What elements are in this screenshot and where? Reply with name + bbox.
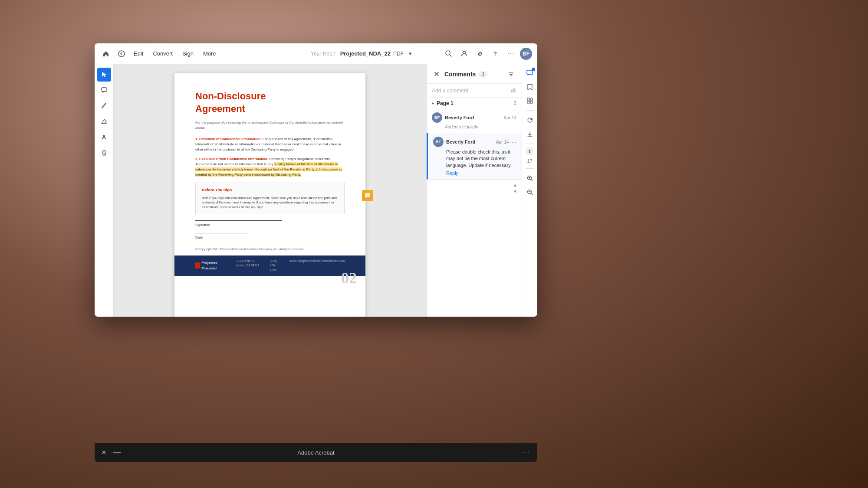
taskbar-right: ··· — [523, 449, 530, 456]
svg-line-22 — [531, 193, 533, 195]
signature-label: Signature — [195, 223, 345, 228]
add-comment-input[interactable]: Add a comment — [432, 88, 507, 94]
page-group-chevron: ▾ — [432, 101, 434, 106]
comment-item-2: BF Beverly Ford Apr 14 ··· Please double… — [427, 133, 522, 180]
help-button[interactable]: ? — [489, 47, 502, 60]
search-button[interactable] — [442, 47, 455, 60]
comment-1-meta: BF Beverly Ford Apr 14 — [432, 112, 516, 123]
date-line — [195, 233, 247, 233]
breadcrumb-prefix: Your files / — [311, 51, 335, 57]
signature-line — [195, 220, 282, 221]
home-button[interactable] — [100, 48, 112, 60]
tool-stamp[interactable] — [97, 146, 111, 160]
comment-1-avatar: BF — [432, 112, 442, 123]
grid-view-icon-button[interactable] — [524, 95, 536, 107]
svg-rect-4 — [102, 88, 107, 92]
taskbar-minimize-button[interactable]: — — [113, 448, 121, 457]
comment-2-avatar: BF — [433, 137, 444, 147]
svg-line-19 — [531, 180, 533, 181]
reply-button[interactable]: Reply — [446, 170, 516, 176]
right-panel-divider-1 — [526, 110, 534, 111]
page-current-indicator[interactable]: 1 — [526, 147, 533, 155]
page-total-indicator[interactable]: 17 — [526, 157, 533, 165]
bookmark-icon-button[interactable] — [524, 81, 536, 93]
page-footer: Projected Financial 123 Lorem Ct, Ipsum,… — [174, 255, 365, 276]
section-1-heading: 1. Definition of Confidential Informatio… — [195, 137, 261, 141]
right-panel-divider-2 — [526, 144, 534, 144]
page-label: Page 1 — [437, 100, 454, 106]
comment-note-icon[interactable] — [362, 190, 373, 201]
filter-button[interactable] — [505, 69, 516, 80]
menu-item-convert[interactable]: Convert — [148, 48, 177, 59]
section-1: 1. Definition of Confidential Informatio… — [195, 137, 345, 152]
section-2: 2. Exclusions from Confidential Informat… — [195, 157, 345, 177]
comments-actions — [505, 69, 516, 80]
document-subtitle: For the purpose of preventing the unauth… — [195, 120, 345, 131]
file-name: Projected_NDA_22 — [340, 50, 391, 57]
user-avatar[interactable]: BF — [520, 48, 532, 60]
comment-2-date: Apr 14 — [496, 140, 509, 144]
copyright-text: © Copyright 2021 Projected Financial Ser… — [195, 247, 345, 252]
footer-logo: Projected Financial — [195, 260, 227, 272]
footer-info: 123 Lorem Ct, Ipsum, CA 54321 (123) 456-… — [236, 259, 345, 273]
taskbar-more-button[interactable]: ··· — [523, 449, 530, 456]
taskbar-title: Adobe Acrobat — [297, 449, 334, 456]
tool-text[interactable]: A — [97, 130, 111, 144]
footer-financial: Financial — [201, 266, 217, 270]
comment-1-author: Beverly Ford — [445, 115, 501, 120]
document-title: Non-DisclosureAgreement — [195, 90, 345, 115]
refresh-button[interactable] — [524, 114, 536, 126]
tool-select[interactable] — [97, 68, 111, 82]
mention-button[interactable]: @ — [511, 87, 516, 94]
note-title: Before You Sign — [202, 187, 338, 193]
taskbar-close-button[interactable]: × — [102, 448, 106, 457]
file-dropdown-button[interactable]: ▾ — [406, 49, 415, 58]
comment-panel-icon[interactable] — [524, 67, 536, 79]
menu-item-more[interactable]: More — [199, 48, 220, 59]
footer-projected: Projected — [201, 261, 217, 265]
svg-rect-14 — [527, 101, 529, 103]
comments-title: Comments — [444, 71, 476, 78]
comment-badge — [532, 68, 535, 71]
zoom-in-button[interactable] — [524, 172, 536, 184]
link-button[interactable] — [473, 47, 486, 60]
comment-2-author: Beverly Ford — [446, 139, 493, 144]
svg-rect-13 — [530, 98, 533, 100]
svg-point-3 — [463, 51, 465, 54]
download-button[interactable] — [524, 128, 536, 140]
tool-pen[interactable] — [97, 99, 111, 113]
zoom-out-button[interactable] — [524, 186, 536, 198]
svg-rect-7 — [365, 193, 370, 197]
comment-item-1: BF Beverly Ford Apr 14 Added a highlight — [427, 109, 522, 133]
menu-item-edit[interactable]: Edit — [129, 48, 148, 59]
toolbar-center: Your files / Projected_NDA_22 PDF ▾ — [286, 49, 440, 58]
comments-panel: ✕ Comments 3 Add a comment @ — [426, 64, 522, 317]
back-button[interactable] — [115, 48, 128, 60]
svg-rect-15 — [530, 101, 533, 103]
left-sidebar: A — [95, 64, 114, 317]
right-panel-divider-3 — [526, 168, 534, 169]
comment-1-date: Apr 14 — [504, 115, 516, 120]
comments-title-group: Comments 3 — [444, 71, 487, 78]
tool-eraser[interactable] — [97, 115, 111, 128]
account-button[interactable] — [457, 47, 470, 60]
tool-comment[interactable] — [97, 83, 111, 97]
menu-item-sign[interactable]: Sign — [178, 48, 198, 59]
footer-logo-icon — [195, 262, 200, 269]
right-vertical-panel — [427, 197, 522, 202]
file-type: PDF — [393, 51, 404, 57]
comment-2-more-button[interactable]: ··· — [511, 138, 516, 145]
document-area[interactable]: Non-DisclosureAgreement For the purpose … — [114, 64, 426, 317]
page-group-header[interactable]: ▾ Page 1 2 — [427, 98, 522, 109]
page-number-watermark: 02 — [341, 266, 357, 290]
page-group-left: ▾ Page 1 — [432, 100, 454, 106]
scroll-up-button[interactable]: ▲ — [512, 182, 518, 188]
date-label: Date — [195, 235, 345, 240]
scroll-down-button[interactable]: ▼ — [512, 188, 518, 195]
more-options-button[interactable]: ··· — [504, 47, 517, 60]
taskbar-left: × — — [102, 448, 121, 457]
footer-phone: (123) 456-7890 — [270, 259, 283, 273]
app-window: Edit Convert Sign More Your files / Proj… — [95, 43, 537, 317]
svg-rect-11 — [527, 70, 533, 75]
close-comments-button[interactable]: ✕ — [432, 70, 441, 79]
